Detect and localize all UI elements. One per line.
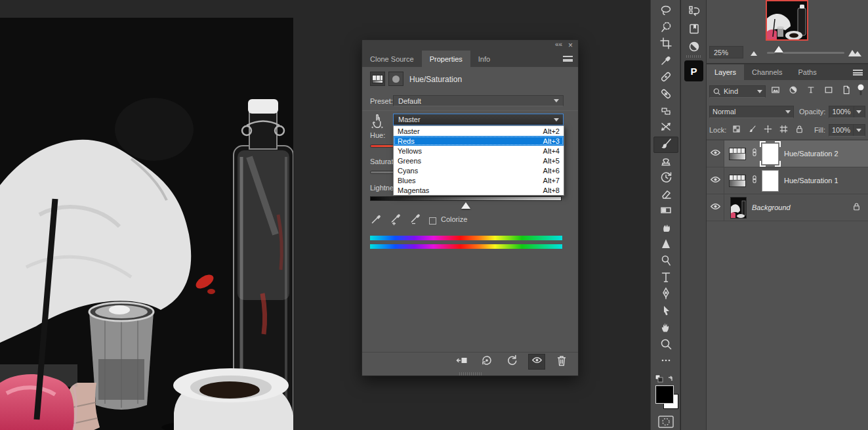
brush-tool[interactable]	[653, 137, 678, 153]
eyedropper-add-icon[interactable]	[390, 212, 403, 225]
panel-titlebar[interactable]: «« ×	[362, 40, 578, 51]
channel-select[interactable]: Master	[393, 114, 564, 125]
patch-tool[interactable]	[653, 103, 678, 119]
lock-artboard-button[interactable]	[777, 123, 789, 137]
view-previous-state-button[interactable]	[478, 354, 495, 370]
colorize-checkbox[interactable]	[429, 215, 436, 226]
zoom-tool[interactable]	[653, 337, 678, 353]
adjustment-layer-filter-button[interactable]	[786, 85, 800, 98]
close-panel-icon[interactable]: ×	[568, 41, 573, 50]
collapse-panel-icon[interactable]: ««	[555, 41, 562, 48]
layer-visibility-toggle[interactable]	[707, 140, 724, 167]
crop-tool[interactable]	[653, 37, 678, 53]
canvas-photo[interactable]	[0, 18, 293, 430]
gradient-tool[interactable]	[653, 204, 678, 220]
dropdown-item-yellows[interactable]: Yellows Alt+4	[394, 146, 564, 156]
libraries-panel-button[interactable]	[685, 22, 703, 39]
hand-tool[interactable]	[653, 320, 678, 337]
opacity-select[interactable]: 100%	[829, 106, 865, 118]
path-selection-tool[interactable]	[653, 303, 678, 320]
filter-pin-toggle[interactable]	[856, 83, 865, 99]
delete-adjustment-button[interactable]	[553, 354, 570, 370]
dropdown-item-label: Blues	[398, 177, 416, 184]
clone-stamp-tool[interactable]	[653, 154, 678, 170]
tab-paths[interactable]: Paths	[791, 64, 825, 80]
tab-channels[interactable]: Channels	[744, 64, 790, 80]
eraser-tool[interactable]	[653, 186, 678, 203]
layers-menu-icon[interactable]	[853, 70, 863, 75]
reset-adjustment-button[interactable]	[503, 354, 520, 370]
tab-layers[interactable]: Layers	[707, 64, 744, 80]
lock-transparent-button[interactable]	[730, 123, 742, 137]
pen-tool[interactable]	[653, 287, 678, 303]
panel-menu-icon[interactable]	[563, 56, 573, 62]
p-panel-icon[interactable]: P	[684, 60, 703, 81]
eyedropper-subtract-icon[interactable]	[409, 212, 423, 225]
dropdown-item-cyans[interactable]: Cyans Alt+6	[394, 165, 564, 175]
tab-info[interactable]: Info	[470, 51, 498, 67]
edit-toolbar-tool[interactable]	[653, 353, 678, 370]
smart-object-filter-button[interactable]	[839, 85, 854, 98]
hue-spectrum-reference	[370, 236, 562, 240]
dropdown-item-master[interactable]: Master Alt+2	[394, 126, 564, 136]
targeted-adjustment-tool[interactable]	[370, 114, 384, 132]
default-colors-icon[interactable]	[655, 374, 677, 385]
layer-mask-thumbnail[interactable]	[762, 143, 779, 165]
zoom-out-icon[interactable]	[749, 47, 760, 58]
quick-mask-icon[interactable]	[658, 416, 674, 428]
healing-brush-tool[interactable]	[653, 87, 678, 103]
layer-filter-kind-select[interactable]: Kind	[709, 85, 766, 98]
lightness-slider-thumb[interactable]	[461, 202, 470, 209]
lightness-slider[interactable]	[370, 196, 562, 201]
dropdown-item-blues[interactable]: Blues Alt+7	[394, 175, 564, 185]
dropdown-item-magentas[interactable]: Magentas Alt+8	[394, 185, 564, 195]
adjustment-layer-thumbnail[interactable]	[729, 175, 746, 187]
smudge-tool[interactable]	[653, 220, 678, 236]
history-panel-button[interactable]	[685, 4, 703, 21]
blend-mode-select[interactable]: Normal	[709, 106, 794, 118]
quick-selection-tool[interactable]	[653, 20, 678, 36]
mask-link-icon[interactable]	[750, 175, 759, 186]
panel-resize-grip[interactable]	[459, 372, 482, 376]
adjustment-layer-thumbnail[interactable]	[729, 148, 746, 160]
tab-properties[interactable]: Properties	[422, 51, 470, 67]
type-layer-filter-button[interactable]	[804, 85, 818, 98]
clip-to-layer-button[interactable]	[453, 354, 470, 370]
lasso-tool[interactable]	[653, 3, 678, 20]
layer-thumbnail[interactable]	[730, 197, 747, 219]
pixel-layer-filter-button[interactable]	[768, 85, 783, 98]
dodge-tool[interactable]	[653, 253, 678, 270]
eyedropper-tool[interactable]	[653, 53, 678, 70]
tab-clone-source[interactable]: Clone Source	[362, 51, 422, 67]
zoom-slider-thumb[interactable]	[774, 46, 783, 53]
sharpen-tool[interactable]	[653, 237, 678, 253]
content-aware-move-tool[interactable]	[653, 120, 678, 137]
toggle-visibility-button[interactable]	[528, 354, 545, 370]
mask-icon-tile[interactable]	[388, 72, 403, 86]
spot-healing-tool[interactable]	[653, 70, 678, 87]
hue-spectrum-adjusted[interactable]	[370, 244, 562, 249]
eyedropper-sample-icon[interactable]	[370, 212, 383, 225]
layer-visibility-toggle[interactable]	[707, 194, 724, 221]
lock-position-button[interactable]	[762, 123, 774, 137]
shape-layer-filter-button[interactable]	[821, 85, 836, 98]
history-brush-tool[interactable]	[653, 170, 678, 186]
foreground-color-swatch[interactable]	[656, 386, 673, 403]
layer-visibility-toggle[interactable]	[707, 167, 724, 194]
layer-row-background[interactable]: Background	[707, 194, 868, 221]
zoom-in-icon[interactable]	[847, 45, 863, 58]
dropdown-item-reds[interactable]: Reds Alt+3	[394, 136, 564, 146]
navigator-proxy-view[interactable]	[766, 0, 808, 41]
mask-link-icon[interactable]	[750, 148, 759, 160]
dropdown-item-greens[interactable]: Greens Alt+5	[394, 156, 564, 165]
layer-row-hue-saturation-1[interactable]: Hue/Saturation 1	[707, 167, 868, 194]
adjustments-panel-button[interactable]	[685, 39, 703, 56]
layer-mask-thumbnail[interactable]	[762, 170, 779, 192]
lock-paint-button[interactable]	[746, 123, 758, 137]
type-tool[interactable]	[653, 270, 678, 286]
lock-all-button[interactable]	[793, 123, 805, 137]
layer-row-hue-saturation-2[interactable]: Hue/Saturation 2	[707, 140, 868, 167]
fill-select[interactable]: 100%	[829, 124, 865, 137]
preset-select[interactable]: Default	[393, 95, 564, 106]
zoom-level-field[interactable]: 25%	[709, 46, 743, 58]
